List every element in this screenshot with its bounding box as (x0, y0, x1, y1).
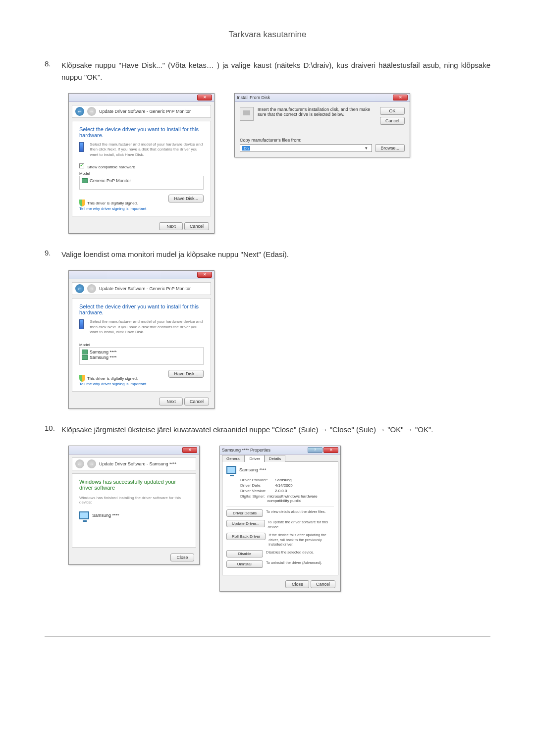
page-title: Tarkvara kasutamine (45, 30, 490, 40)
rollback-desc: If the device fails after updating the d… (268, 533, 334, 547)
driver-wizard-dialog-2: ✕ ← → Update Driver Software - Generic P… (68, 270, 214, 409)
browse-button[interactable]: Browse... (375, 144, 405, 152)
list-item[interactable]: Generic PnP Monitor (82, 178, 201, 183)
list-item[interactable]: Samsung **** (82, 350, 201, 354)
forward-icon: → (87, 284, 96, 293)
wizard-heading: Select the device driver you want to ins… (79, 126, 204, 138)
step-8: 8. Klõpsake nuppu "Have Disk..." (Võta k… (45, 59, 490, 83)
model-label: Model (79, 343, 204, 347)
provider-value: Samsung (275, 478, 292, 482)
uninstall-desc: To uninstall the driver (Advanced). (266, 560, 334, 565)
driver-wizard-dialog: ✕ ← → Update Driver Software - Generic P… (68, 93, 214, 234)
close-icon[interactable]: ✕ (197, 272, 212, 278)
breadcrumb: ← → Update Driver Software - Samsung ***… (72, 457, 196, 470)
back-icon[interactable]: ← (75, 107, 84, 116)
monitor-icon (82, 350, 88, 354)
step-number: 8. (45, 59, 61, 83)
success-heading: Windows has successfully updated your dr… (79, 479, 189, 491)
tab-driver[interactable]: Driver (245, 455, 264, 462)
shield-icon (79, 375, 85, 382)
next-button[interactable]: Next (159, 222, 183, 230)
tab-details[interactable]: Details (265, 455, 285, 462)
device-name: Samsung **** (92, 513, 119, 518)
shield-icon (79, 200, 85, 206)
step-text: Klõpsake nuppu "Have Disk..." (Võta keta… (61, 59, 490, 83)
monitor-icon (79, 511, 89, 519)
date-value: 4/14/2005 (275, 483, 293, 488)
properties-dialog: Samsung **** Properties ? ✕ General Driv… (219, 446, 341, 592)
step-9: 9. Valige loendist oma monitori mudel ja… (45, 249, 490, 260)
have-disk-button[interactable]: Have Disk... (168, 195, 204, 202)
floppy-icon (240, 107, 254, 121)
driver-details-desc: To view details about the driver files. (266, 509, 334, 514)
close-button[interactable]: Close (170, 554, 194, 561)
date-label: Driver Date: (240, 483, 275, 488)
forward-icon: → (87, 107, 96, 116)
wizard-heading: Select the device driver you want to ins… (79, 303, 204, 315)
have-disk-button[interactable]: Have Disk... (168, 370, 204, 378)
titlebar: ✕ (69, 446, 199, 454)
dialog-title: Install From Disk (237, 95, 270, 100)
signed-text: This driver is digitally signed. (87, 201, 138, 205)
uninstall-button[interactable]: Uninstall (226, 560, 263, 568)
signing-link[interactable]: Tell me why driver signing is important (79, 206, 146, 211)
breadcrumb-text: Update Driver Software - Generic PnP Mon… (99, 286, 191, 291)
rollback-button[interactable]: Roll Back Driver (226, 533, 266, 540)
signer-label: Digital Signer: (240, 494, 268, 503)
breadcrumb-text: Update Driver Software - Samsung **** (99, 461, 176, 466)
step-number: 10. (45, 424, 61, 436)
close-button[interactable]: Close (285, 580, 309, 588)
cancel-button[interactable]: Cancel (380, 117, 405, 125)
titlebar: Samsung **** Properties ? ✕ (220, 446, 340, 454)
show-compatible-checkbox[interactable] (79, 163, 84, 168)
close-icon[interactable]: ✕ (393, 95, 408, 101)
step-10: 10. Klõpsake järgmistel üksteise järel k… (45, 424, 490, 436)
help-icon[interactable]: ? (308, 447, 322, 453)
model-list[interactable]: Samsung **** Samsung **** (79, 347, 204, 365)
path-input[interactable]: D:\ ▾ (240, 144, 372, 152)
close-icon[interactable]: ✕ (197, 95, 212, 101)
step-text: Valige loendist oma monitori mudel ja kl… (61, 249, 490, 260)
tab-general[interactable]: General (222, 455, 245, 462)
signer-value: microsoft windows hardware compatibility… (268, 494, 334, 503)
list-item[interactable]: Samsung **** (82, 355, 201, 360)
monitor-icon (82, 355, 88, 360)
titlebar: Install From Disk ✕ (235, 94, 410, 102)
dialog-title: Samsung **** Properties (222, 448, 270, 453)
update-success-dialog: ✕ ← → Update Driver Software - Samsung *… (68, 446, 200, 565)
update-driver-button[interactable]: Update Driver... (226, 520, 265, 527)
tabs: General Driver Details (222, 454, 338, 462)
titlebar: ✕ (69, 271, 214, 279)
signing-link[interactable]: Tell me why driver signing is important (79, 382, 146, 386)
footer-divider (45, 636, 490, 637)
version-value: 2.0.0.0 (275, 489, 287, 493)
ok-button[interactable]: OK (380, 107, 405, 115)
model-list[interactable]: Generic PnP Monitor (79, 176, 204, 190)
disk-icon (79, 142, 84, 152)
cancel-button[interactable]: Cancel (311, 580, 335, 588)
path-value: D:\ (242, 146, 250, 151)
disable-button[interactable]: Disable (226, 550, 263, 557)
back-icon: ← (75, 459, 84, 468)
cancel-button[interactable]: Cancel (184, 398, 209, 405)
step-number: 9. (45, 249, 61, 260)
close-icon[interactable]: ✕ (182, 447, 197, 453)
cancel-button[interactable]: Cancel (184, 222, 209, 230)
chevron-down-icon[interactable]: ▾ (363, 146, 370, 151)
breadcrumb: ← → Update Driver Software - Generic PnP… (72, 282, 211, 295)
model-name: Samsung **** (90, 355, 117, 360)
install-from-disk-dialog: Install From Disk ✕ Insert the manufactu… (234, 93, 410, 157)
close-icon[interactable]: ✕ (323, 447, 338, 453)
driver-details-button[interactable]: Driver Details (226, 509, 263, 517)
success-subtext: Windows has finished installing the driv… (79, 496, 189, 504)
update-driver-desc: To update the driver software for this d… (268, 520, 334, 530)
forward-icon: → (87, 459, 96, 468)
next-button[interactable]: Next (159, 398, 183, 405)
wizard-subtext: Select the manufacturer and model of you… (90, 319, 204, 335)
breadcrumb-text: Update Driver Software - Generic PnP Mon… (99, 109, 191, 114)
back-icon[interactable]: ← (75, 284, 84, 293)
device-name: Samsung **** (239, 467, 267, 472)
copy-from-label: Copy manufacturer's files from: (240, 138, 405, 143)
wizard-subtext: Select the manufacturer and model of you… (90, 142, 204, 157)
step-text: Klõpsake järgmistel üksteise järel kuvat… (61, 424, 490, 436)
